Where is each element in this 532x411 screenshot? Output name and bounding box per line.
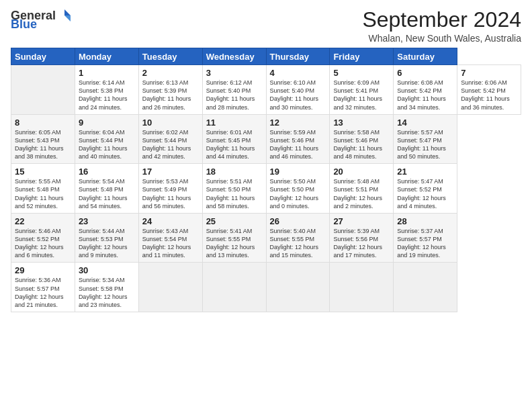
table-cell: 23 Sunrise: 5:44 AMSunset: 5:53 PMDaylig… [75,213,138,263]
table-cell: 27 Sunrise: 5:39 AMSunset: 5:56 PMDaylig… [330,213,394,263]
month-title: September 2024 [362,8,521,32]
day-number: 13 [333,118,390,128]
day-content: Sunrise: 5:37 AMSunset: 5:57 PMDaylight:… [397,228,446,259]
day-number: 9 [79,118,136,128]
day-content: Sunrise: 5:57 AMSunset: 5:47 PMDaylight:… [397,129,446,160]
day-number: 29 [15,265,72,275]
header-wednesday: Wednesday [202,48,266,65]
location-title: Whalan, New South Wales, Australia [362,33,521,44]
table-cell [138,263,202,312]
table-cell [202,263,266,312]
logo-icon [57,8,72,23]
day-content: Sunrise: 5:54 AMSunset: 5:48 PMDaylight:… [79,178,128,209]
day-content: Sunrise: 5:48 AMSunset: 5:51 PMDaylight:… [333,178,382,209]
day-content: Sunrise: 5:39 AMSunset: 5:56 PMDaylight:… [333,228,382,259]
table-cell [11,65,75,115]
table-cell: 22 Sunrise: 5:46 AMSunset: 5:52 PMDaylig… [11,213,75,263]
title-area: September 2024 Whalan, New South Wales, … [362,8,521,44]
table-cell [394,263,457,312]
calendar-table: Sunday Monday Tuesday Wednesday Thursday… [11,48,521,312]
day-number: 4 [270,68,327,78]
table-cell: 6 Sunrise: 6:08 AMSunset: 5:42 PMDayligh… [394,65,457,115]
day-number: 6 [397,68,454,78]
day-content: Sunrise: 5:51 AMSunset: 5:50 PMDaylight:… [206,178,255,209]
table-cell: 17 Sunrise: 5:53 AMSunset: 5:49 PMDaylig… [138,164,202,214]
day-content: Sunrise: 6:08 AMSunset: 5:42 PMDaylight:… [397,79,446,110]
day-number: 5 [333,68,390,78]
day-content: Sunrise: 5:41 AMSunset: 5:55 PMDaylight:… [206,228,255,259]
header-tuesday: Tuesday [138,48,202,65]
header-sunday: Sunday [11,48,75,65]
table-cell: 20 Sunrise: 5:48 AMSunset: 5:51 PMDaylig… [330,164,394,214]
header-saturday: Saturday [394,48,457,65]
table-cell: 18 Sunrise: 5:51 AMSunset: 5:50 PMDaylig… [202,164,266,214]
table-cell: 8 Sunrise: 6:05 AMSunset: 5:43 PMDayligh… [11,114,75,164]
logo-blue: Blue [11,17,37,32]
day-number: 7 [461,68,518,78]
table-cell: 7 Sunrise: 6:06 AMSunset: 5:42 PMDayligh… [457,65,521,115]
day-number: 2 [142,68,200,78]
day-number: 19 [270,167,327,177]
header-row: General Blue September 2024 Whalan, New … [11,8,521,44]
table-cell: 30 Sunrise: 5:34 AMSunset: 5:58 PMDaylig… [75,263,138,312]
day-content: Sunrise: 5:58 AMSunset: 5:46 PMDaylight:… [333,129,382,160]
day-number: 22 [15,216,72,226]
day-number: 28 [397,216,454,226]
day-content: Sunrise: 6:13 AMSunset: 5:39 PMDaylight:… [142,79,191,110]
day-number: 3 [206,68,263,78]
table-cell: 9 Sunrise: 6:04 AMSunset: 5:44 PMDayligh… [75,114,138,164]
day-content: Sunrise: 6:14 AMSunset: 5:38 PMDaylight:… [79,79,128,110]
day-content: Sunrise: 5:44 AMSunset: 5:53 PMDaylight:… [79,228,128,259]
table-cell: 28 Sunrise: 5:37 AMSunset: 5:57 PMDaylig… [394,213,457,263]
day-number: 8 [15,118,72,128]
table-cell: 11 Sunrise: 6:01 AMSunset: 5:45 PMDaylig… [202,114,266,164]
day-content: Sunrise: 5:46 AMSunset: 5:52 PMDaylight:… [15,228,64,259]
table-cell: 15 Sunrise: 5:55 AMSunset: 5:48 PMDaylig… [11,164,75,214]
svg-marker-0 [64,9,71,15]
day-content: Sunrise: 6:12 AMSunset: 5:40 PMDaylight:… [206,79,255,110]
day-number: 10 [142,118,200,128]
day-content: Sunrise: 5:36 AMSunset: 5:57 PMDaylight:… [15,277,64,308]
page: General Blue September 2024 Whalan, New … [0,0,532,411]
day-number: 27 [333,216,390,226]
day-number: 23 [79,216,136,226]
day-number: 12 [270,118,327,128]
day-number: 26 [270,216,327,226]
table-cell: 14 Sunrise: 5:57 AMSunset: 5:47 PMDaylig… [394,114,457,164]
day-content: Sunrise: 6:02 AMSunset: 5:44 PMDaylight:… [142,129,191,160]
day-number: 18 [206,167,263,177]
table-cell: 19 Sunrise: 5:50 AMSunset: 5:50 PMDaylig… [266,164,330,214]
table-cell: 26 Sunrise: 5:40 AMSunset: 5:55 PMDaylig… [266,213,330,263]
table-cell: 2 Sunrise: 6:13 AMSunset: 5:39 PMDayligh… [138,65,202,115]
day-number: 16 [79,167,136,177]
day-number: 24 [142,216,200,226]
day-number: 25 [206,216,263,226]
day-content: Sunrise: 5:50 AMSunset: 5:50 PMDaylight:… [270,178,319,209]
header-row-days: Sunday Monday Tuesday Wednesday Thursday… [11,48,521,65]
table-cell: 29 Sunrise: 5:36 AMSunset: 5:57 PMDaylig… [11,263,75,312]
header-friday: Friday [330,48,394,65]
day-content: Sunrise: 6:01 AMSunset: 5:45 PMDaylight:… [206,129,255,160]
day-content: Sunrise: 5:59 AMSunset: 5:46 PMDaylight:… [270,129,319,160]
day-content: Sunrise: 5:43 AMSunset: 5:54 PMDaylight:… [142,228,191,259]
day-content: Sunrise: 6:05 AMSunset: 5:43 PMDaylight:… [15,129,64,160]
day-content: Sunrise: 5:55 AMSunset: 5:48 PMDaylight:… [15,178,64,209]
table-cell: 24 Sunrise: 5:43 AMSunset: 5:54 PMDaylig… [138,213,202,263]
day-number: 11 [206,118,263,128]
day-number: 21 [397,167,454,177]
table-cell: 10 Sunrise: 6:02 AMSunset: 5:44 PMDaylig… [138,114,202,164]
day-content: Sunrise: 5:34 AMSunset: 5:58 PMDaylight:… [79,277,128,308]
day-number: 15 [15,167,72,177]
table-cell: 12 Sunrise: 5:59 AMSunset: 5:46 PMDaylig… [266,114,330,164]
table-cell: 3 Sunrise: 6:12 AMSunset: 5:40 PMDayligh… [202,65,266,115]
day-number: 20 [333,167,390,177]
table-cell: 1 Sunrise: 6:14 AMSunset: 5:38 PMDayligh… [75,65,138,115]
table-cell: 25 Sunrise: 5:41 AMSunset: 5:55 PMDaylig… [202,213,266,263]
table-cell: 13 Sunrise: 5:58 AMSunset: 5:46 PMDaylig… [330,114,394,164]
table-cell: 16 Sunrise: 5:54 AMSunset: 5:48 PMDaylig… [75,164,138,214]
svg-marker-1 [64,15,71,21]
day-content: Sunrise: 6:10 AMSunset: 5:40 PMDaylight:… [270,79,319,110]
table-cell [330,263,394,312]
table-cell: 5 Sunrise: 6:09 AMSunset: 5:41 PMDayligh… [330,65,394,115]
day-content: Sunrise: 6:06 AMSunset: 5:42 PMDaylight:… [461,79,510,110]
